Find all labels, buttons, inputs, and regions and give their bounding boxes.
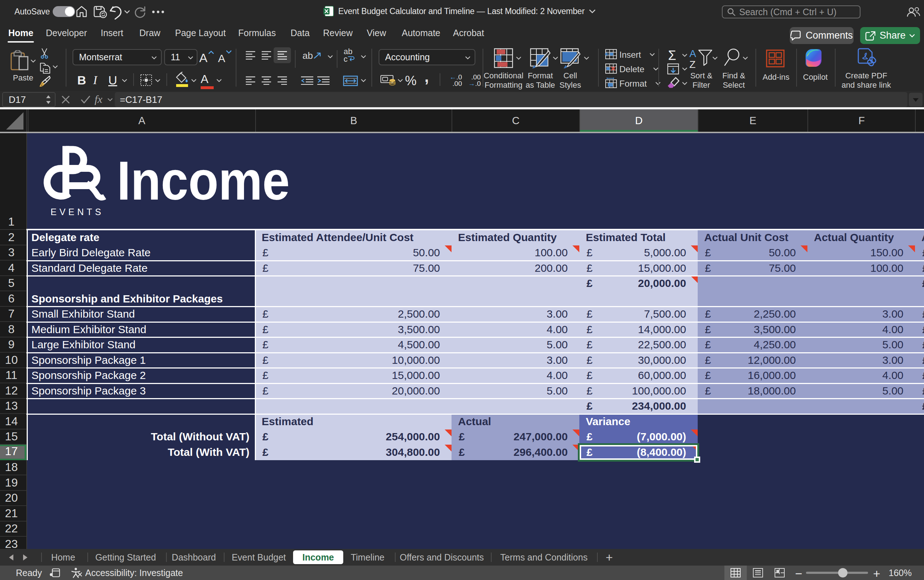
bold-button[interactable]: B — [77, 73, 86, 87]
zoom-in-button[interactable]: + — [873, 567, 880, 580]
sort-filter-chevron-icon[interactable] — [713, 57, 718, 60]
cell-C12[interactable]: 5.00 — [451, 383, 579, 399]
font-size-select[interactable]: 11 — [164, 49, 198, 65]
cell-D3[interactable]: £5,000.00 — [579, 246, 698, 261]
cut-icon[interactable] — [41, 48, 48, 59]
cell-D15[interactable]: £(7,000.00) — [579, 430, 698, 445]
column-header-E[interactable]: E — [698, 109, 807, 132]
cell-A11[interactable]: Sponsorship Package 2 — [28, 368, 255, 384]
cell-C4[interactable]: 200.00 — [451, 260, 579, 276]
font-color-icon[interactable]: A — [201, 72, 214, 89]
merge-chevron-icon[interactable] — [361, 79, 366, 82]
paste-icon[interactable] — [10, 50, 28, 70]
insert-label[interactable]: Insert — [619, 50, 641, 59]
cell-styles-label[interactable]: Cell Styles — [554, 71, 586, 90]
sort-filter-label[interactable]: Sort & Filter — [686, 71, 717, 90]
cell-D2[interactable]: Estimated Total — [579, 230, 698, 246]
cell-C14[interactable]: Actual — [451, 414, 579, 430]
align-right-icon[interactable] — [277, 76, 287, 85]
select-all-corner[interactable] — [0, 109, 27, 132]
sheet-tab-getting-started[interactable]: Getting Started — [88, 549, 163, 565]
delete-cells-icon[interactable] — [605, 63, 617, 74]
cell-G5[interactable]: £ — [915, 276, 924, 292]
cell-E2[interactable]: Actual Unit Cost — [698, 230, 807, 246]
document-title-area[interactable]: Event Budget Calculator and Timeline — L… — [323, 6, 596, 16]
cell-B17[interactable]: £304,800.00 — [255, 445, 451, 460]
align-center-icon[interactable] — [261, 76, 272, 85]
undo-icon[interactable] — [109, 6, 122, 20]
create-pdf-label[interactable]: Create PDF and share link — [837, 71, 895, 90]
format-painter-icon[interactable] — [40, 76, 51, 89]
comments-button[interactable]: Comments — [790, 27, 854, 44]
share-button[interactable]: Share — [860, 27, 920, 44]
underline-chevron-icon[interactable] — [122, 79, 127, 82]
row-header-7[interactable]: 7 — [0, 307, 26, 322]
status-accessibility[interactable]: Accessibility: Investigate — [85, 568, 183, 578]
cancel-icon[interactable] — [61, 95, 70, 104]
add-sheet-button[interactable]: + — [602, 549, 616, 565]
conditional-formatting-icon[interactable] — [494, 48, 513, 68]
save-icon[interactable] — [94, 6, 107, 18]
increase-indent-icon[interactable] — [317, 76, 330, 85]
cell-C9[interactable]: 5.00 — [451, 338, 579, 353]
cell-B2[interactable]: Estimated Attendee/Unit Cost — [255, 230, 451, 246]
cell-B4[interactable]: £75.00 — [255, 260, 451, 276]
cell-F11[interactable]: 4.00 — [807, 368, 915, 384]
cell-C10[interactable]: 3.00 — [451, 353, 579, 368]
row-header-13[interactable]: 13 — [0, 399, 26, 414]
format-label[interactable]: Format — [619, 79, 647, 89]
ribbon-tab-acrobat[interactable]: Acrobat — [453, 28, 484, 38]
row-header-12[interactable]: 12 — [0, 383, 26, 399]
insert-cells-icon[interactable] — [605, 49, 617, 59]
zoom-out-button[interactable]: − — [795, 567, 802, 580]
format-as-table-chevron-icon[interactable] — [553, 57, 558, 60]
cell-E3[interactable]: £50.00 — [698, 246, 807, 261]
accounting-chevron-icon[interactable] — [398, 79, 403, 82]
fill-color-icon[interactable] — [175, 72, 190, 88]
cell-A3[interactable]: Early Bird Delegate Rate — [28, 246, 255, 261]
column-header-G[interactable] — [915, 109, 924, 132]
macro-record-icon[interactable] — [49, 568, 60, 577]
fill-chevron-icon[interactable] — [682, 68, 687, 71]
view-page-break-icon[interactable] — [774, 568, 785, 577]
create-pdf-icon[interactable] — [858, 47, 876, 68]
cell-E10[interactable]: £12,000.00 — [698, 353, 807, 368]
italic-button[interactable]: I — [93, 73, 97, 87]
add-ins-icon[interactable] — [766, 49, 785, 68]
cell-E8[interactable]: £3,500.00 — [698, 322, 807, 338]
cell-D8[interactable]: £14,000.00 — [579, 322, 698, 338]
cell-A4[interactable]: Standard Delegate Rate — [28, 260, 255, 276]
delete-chevron-icon[interactable] — [653, 68, 658, 71]
cell-C17[interactable]: £296,400.00 — [451, 445, 579, 460]
comma-icon[interactable]: , — [425, 68, 429, 86]
cell-G11[interactable]: £ — [915, 368, 924, 384]
view-normal-button[interactable] — [725, 565, 747, 580]
add-ins-label[interactable]: Add-ins — [761, 72, 791, 82]
cell-B10[interactable]: £10,000.00 — [255, 353, 451, 368]
cell-D10[interactable]: £30,000.00 — [579, 353, 698, 368]
cell-E9[interactable]: £4,250.00 — [698, 338, 807, 353]
cell-F8[interactable]: 4.00 — [807, 322, 915, 338]
font-name-select[interactable]: Montserrat — [72, 49, 162, 65]
cell-F4[interactable]: 100.00 — [807, 260, 915, 276]
cell-C15[interactable]: £247,000.00 — [451, 430, 579, 445]
cell-G8[interactable]: £ — [915, 322, 924, 338]
format-chevron-icon[interactable] — [656, 82, 660, 85]
cell-G10[interactable]: £ — [915, 353, 924, 368]
orientation-chevron-icon[interactable] — [328, 55, 333, 58]
ribbon-tab-page-layout[interactable]: Page Layout — [175, 28, 226, 38]
cell-F12[interactable]: 5.00 — [807, 383, 915, 399]
cell-E4[interactable]: £75.00 — [698, 260, 807, 276]
cell-A10[interactable]: Sponsorship Package 1 — [28, 353, 255, 368]
accounting-format-icon[interactable] — [380, 74, 396, 86]
cell-D7[interactable]: £7,500.00 — [579, 307, 698, 322]
row-header-5[interactable]: 5 — [0, 276, 26, 292]
row-header-2[interactable]: 2 — [0, 230, 26, 246]
paste-label[interactable]: Paste — [9, 73, 38, 82]
cell-A17[interactable]: Total (With VAT) — [28, 445, 255, 460]
zoom-slider-knob[interactable] — [838, 568, 848, 577]
cell-G7[interactable]: £ — [915, 307, 924, 322]
cell-A9[interactable]: Large Exhibitor Stand — [28, 338, 255, 353]
cell-G3[interactable]: £ — [915, 246, 924, 261]
row-header-1[interactable]: 1 — [0, 133, 26, 230]
